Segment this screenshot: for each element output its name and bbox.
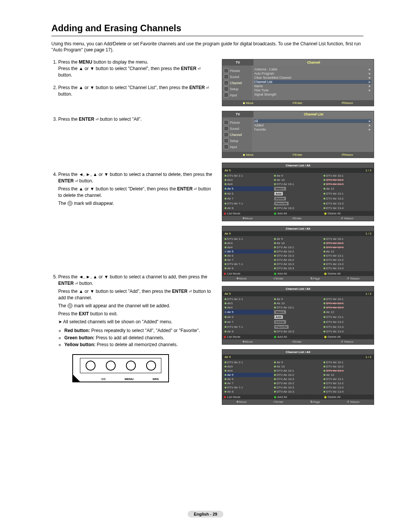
channel-cell: DTV Air 10-3 <box>273 390 323 394</box>
check-icon <box>67 303 73 308</box>
channel-cell: DTV Air 10-1 <box>323 237 372 241</box>
step-3: Press the ENTER button to select "All". <box>58 116 215 123</box>
remote-button <box>146 361 156 371</box>
channel-cell: Air 7 <box>224 196 273 201</box>
remote-button <box>126 361 136 371</box>
osd-side-item: Sound <box>224 126 250 131</box>
enter-icon <box>75 178 78 184</box>
channel-cell: Air4 <box>224 182 273 186</box>
channel-cell: Air3 <box>224 364 273 369</box>
channel-cell: Air 10 <box>273 241 323 245</box>
channel-cell: DTV Air 13-1 <box>323 377 372 381</box>
channel-cell: Air 8 <box>224 329 273 334</box>
channel-cell: DTV Air 10-1 <box>323 297 372 301</box>
channel-cell: Air3 <box>224 178 273 182</box>
enter-icon <box>189 289 192 294</box>
osd-menu-row: Name► <box>254 84 371 88</box>
osd-menu-row: All► <box>254 119 371 123</box>
step-5: Press the ◄, ►, ▲ or ▼ button to select … <box>58 274 215 348</box>
channel-list-add-popup: Channel List / All Air 51 / 2 DTV Air 2-… <box>222 286 374 345</box>
channel-cell: DTV Air 7-1 <box>224 262 273 266</box>
instructions-column: Press the MENU button to display the men… <box>51 59 215 409</box>
channel-cell: DTV Air 13-4 <box>323 266 372 270</box>
channel-cell: DTV Air 13-3 <box>323 262 372 266</box>
channel-cell: Air3 <box>224 241 273 245</box>
osd-side-item: Channel <box>224 80 250 85</box>
channel-cell: Air 12 <box>323 249 372 254</box>
channel-cell: DTV Air 10-2 <box>273 381 323 385</box>
screenshots-column: TVChannel PictureSoundChannelSetupInput … <box>222 59 374 409</box>
osd-side-item: Input <box>224 93 250 97</box>
osd-menu-row: Clear Scrambled Channel► <box>254 76 371 80</box>
channel-cell: Air 6 <box>224 191 273 196</box>
channel-cell: Air 6 <box>224 254 273 258</box>
channel-cell: DTV Air 13-1 <box>323 254 372 258</box>
channel-list-after-add: Channel List / All Air 51 / 2 DTV Air 2-… <box>222 349 374 405</box>
osd-menu-row: Auto Program► <box>254 72 371 75</box>
check-icon <box>67 201 73 206</box>
channel-cell: DTV Air 10-3 <box>273 329 323 334</box>
channel-cell: Air 10 <box>273 364 323 369</box>
osd-side-item: Sound <box>224 74 250 79</box>
osd-side-item: Setup <box>224 86 250 91</box>
channel-cell: Air 9 <box>273 174 323 178</box>
channel-cell: DTV Air 7-1 <box>224 201 273 206</box>
osd-menu-row: Channel List► <box>254 80 371 84</box>
channel-cell: DTV Air 13-4 <box>323 206 372 210</box>
channel-cell: Air4 <box>224 369 273 373</box>
channel-cell: DTV Air 10-2 <box>273 258 323 262</box>
channel-cell: DTV Air 10-3 <box>273 385 323 390</box>
channel-cell: DTV Air 13-2 <box>323 196 372 201</box>
channel-cell: Air 12 <box>323 310 372 315</box>
channel-cell: DTV Air 2-1 <box>224 174 273 178</box>
enter-icon <box>206 85 209 90</box>
page-title: Adding and Erasing Channels <box>51 23 363 34</box>
intro-text: Using this menu, you can Add/Delete or s… <box>51 41 363 53</box>
channel-cell: Air 9 <box>273 360 323 364</box>
channel-cell: DTV Air 7-1 <box>224 324 273 329</box>
channel-cell: Air 6 <box>224 377 273 381</box>
osd-side-item: Picture <box>224 120 250 125</box>
osd-menu-row: Signal Strength <box>254 93 371 96</box>
channel-cell: Air 10 <box>273 178 323 182</box>
channel-cell: DTV Air 13-3 <box>323 324 372 329</box>
channel-cell: Air 6 <box>224 315 273 320</box>
channel-cell: Air 8 <box>224 390 273 394</box>
channel-list-delete-popup: Channel List / All Air 51 / 2 DTV Air 2-… <box>222 163 374 221</box>
channel-cell: DTV Air 10-1 <box>323 174 372 178</box>
channel-list-after-delete: Channel List / All Air 51 / 2 DTV Air 2-… <box>222 226 374 281</box>
osd-side-item: Channel <box>224 132 250 137</box>
channel-cell: DTV Air 13-1 <box>323 315 372 320</box>
channel-cell: DTV Air 10-1 <box>323 360 372 364</box>
channel-cell: DTV Air 10-2 <box>273 249 323 254</box>
channel-cell: DTV Air 10-3 <box>273 206 323 210</box>
channel-cell: DTV Air 10-1 <box>273 182 323 186</box>
channel-cell: DTV Air 13-2 <box>323 381 372 385</box>
channel-cell: DTV Air 13-4 <box>323 329 372 334</box>
osd-menu-row: Antenna : Cable► <box>254 67 371 71</box>
channel-cell: DTV Air 10-3 <box>273 377 323 381</box>
channel-cell: DTV Air 10-2 <box>273 373 323 377</box>
page-number: English - 29 <box>188 511 223 518</box>
enter-icon <box>96 117 99 122</box>
channel-cell: DTV Air 10-1 <box>273 305 323 310</box>
remote-button <box>86 361 96 371</box>
channel-cell: DTV Air 10-3 <box>273 254 323 258</box>
channel-cell: Air 7 <box>224 258 273 262</box>
channel-cell: DTV Air 10-2 <box>323 364 372 369</box>
remote-illustration: CC MENU SRS <box>72 354 169 382</box>
channel-cell: Air4 <box>224 245 273 249</box>
channel-cell: DTV Air 13-3 <box>323 201 372 206</box>
channel-cell: DTV Air 13-1 <box>323 191 372 196</box>
channel-cell: Air 8 <box>224 206 273 210</box>
channel-cell: DTV Air 2-1 <box>224 237 273 241</box>
step-1: Press the MENU button to display the men… <box>58 59 215 78</box>
channel-cell: Air 9 <box>273 297 323 301</box>
osd-menu-row: Fine Tune► <box>254 88 371 92</box>
channel-cell: DTV Air 2-1 <box>224 360 273 364</box>
osd-channel-list-menu: TVChannel List PictureSoundChannelSetupI… <box>222 111 374 158</box>
channel-cell: DTV Air 10-1 <box>273 245 323 249</box>
channel-cell: Air4 <box>224 305 273 310</box>
osd-side-item: Picture <box>224 68 250 73</box>
channel-cell: DTV Air 13-4 <box>323 390 372 394</box>
